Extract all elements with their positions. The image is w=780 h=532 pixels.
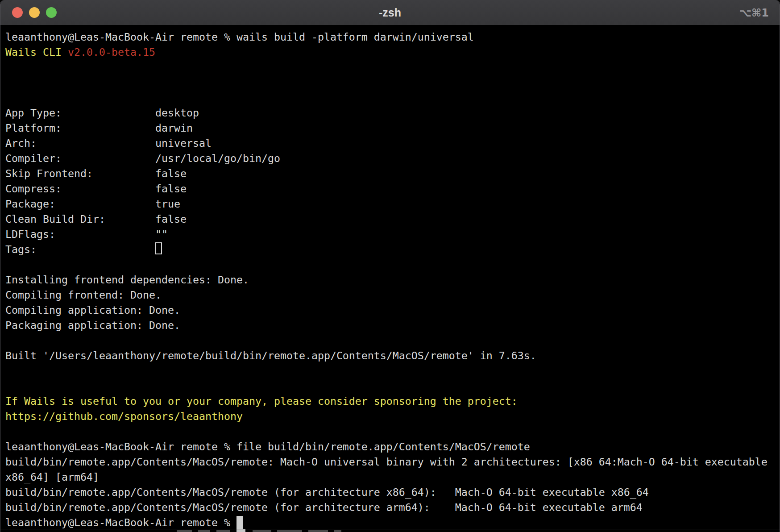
clipped-text-fragments <box>0 529 780 532</box>
clipped-glyph <box>308 530 328 532</box>
terminal-line <box>5 75 780 90</box>
text-segment: Compiling frontend: Done. <box>5 289 162 301</box>
clipped-glyph <box>198 530 210 532</box>
text-segment: build/bin/remote.app/Contents/MacOS/remo… <box>5 486 649 498</box>
text-segment: x86_64] [arm64] <box>5 471 99 483</box>
clipped-cursor-glyph <box>236 529 245 532</box>
window-title: -zsh <box>0 0 780 25</box>
terminal-line: Built '/Users/leaanthony/remote/build/bi… <box>5 348 780 363</box>
clipped-glyph <box>216 530 230 532</box>
terminal-line <box>5 424 780 439</box>
empty-box-glyph <box>155 242 162 254</box>
text-segment: build/bin/remote.app/Contents/MacOS/remo… <box>5 456 774 468</box>
clipped-glyph <box>334 530 341 532</box>
terminal-line: If Wails is useful to you or your compan… <box>5 394 780 409</box>
terminal-line <box>5 257 780 272</box>
text-segment: Built '/Users/leaanthony/remote/build/bi… <box>5 349 536 362</box>
title-bar[interactable]: -zsh ⌥⌘1 <box>0 0 780 25</box>
terminal-line: Platform: darwin <box>5 121 780 136</box>
terminal-line: Compiling frontend: Done. <box>5 287 780 303</box>
text-segment: Platform: darwin <box>5 122 193 134</box>
clipped-glyph <box>177 530 192 532</box>
text-segment: leaanthony@Leas-MacBook-Air remote % wai… <box>5 31 474 43</box>
text-segment: LDFlags: "" <box>5 228 168 240</box>
terminal-line: build/bin/remote.app/Contents/MacOS/remo… <box>5 454 780 470</box>
terminal-line <box>5 363 780 378</box>
terminal-line: Tags: <box>5 242 780 257</box>
terminal-line: https://github.com/sponsors/leaanthony <box>5 409 780 424</box>
terminal-line <box>5 60 780 75</box>
text-segment: Package: true <box>5 198 180 210</box>
terminal-line: leaanthony@Leas-MacBook-Air remote % <box>5 515 780 530</box>
terminal-line: Compiling application: Done. <box>5 303 780 318</box>
terminal-line: Compress: false <box>5 181 780 196</box>
text-segment: If Wails is useful to you or your compan… <box>5 395 518 407</box>
terminal-line: leaanthony@Leas-MacBook-Air remote % fil… <box>5 439 780 454</box>
terminal-line: x86_64] [arm64] <box>5 470 780 485</box>
text-segment: Installing frontend dependencies: Done. <box>5 274 249 286</box>
text-segment: https://github.com/sponsors/leaanthony <box>5 410 243 422</box>
terminal-line: Wails CLI v2.0.0-beta.15 <box>5 45 780 60</box>
clipped-glyph <box>277 530 302 532</box>
terminal-line <box>5 378 780 394</box>
terminal-line: build/bin/remote.app/Contents/MacOS/remo… <box>5 485 780 500</box>
terminal-line <box>5 90 780 105</box>
text-segment: Arch: universal <box>5 137 212 149</box>
text-segment: App Type: desktop <box>5 107 199 119</box>
terminal-line: build/bin/remote.app/Contents/MacOS/remo… <box>5 500 780 515</box>
terminal-line: Installing frontend dependencies: Done. <box>5 272 780 287</box>
clipped-glyph <box>253 530 271 532</box>
text-segment: Compiling application: Done. <box>5 304 180 316</box>
terminal-line: LDFlags: "" <box>5 227 780 242</box>
terminal-line: Package: true <box>5 196 780 212</box>
text-segment: Wails CLI <box>5 46 68 58</box>
terminal-cursor <box>236 516 243 529</box>
text-segment: leaanthony@Leas-MacBook-Air remote % fil… <box>5 441 530 453</box>
terminal-output[interactable]: leaanthony@Leas-MacBook-Air remote % wai… <box>0 25 780 532</box>
text-segment: leaanthony@Leas-MacBook-Air remote % <box>5 516 236 528</box>
text-segment: Tags: <box>5 243 155 255</box>
terminal-line: leaanthony@Leas-MacBook-Air remote % wai… <box>5 29 780 45</box>
terminal-line: Packaging application: Done. <box>5 318 780 333</box>
terminal-line <box>5 333 780 348</box>
text-segment: v2.0.0-beta.15 <box>68 46 155 58</box>
text-segment: Clean Build Dir: false <box>5 213 187 225</box>
text-segment: Compress: false <box>5 183 187 195</box>
terminal-line: Clean Build Dir: false <box>5 212 780 227</box>
terminal-line: Arch: universal <box>5 136 780 151</box>
text-segment: Packaging application: Done. <box>5 319 180 331</box>
terminal-line: Skip Frontend: false <box>5 166 780 181</box>
terminal-window: -zsh ⌥⌘1 leaanthony@Leas-MacBook-Air rem… <box>0 0 780 532</box>
terminal-line: App Type: desktop <box>5 105 780 121</box>
text-segment: Compiler: /usr/local/go/bin/go <box>5 152 280 164</box>
text-segment: build/bin/remote.app/Contents/MacOS/remo… <box>5 501 643 513</box>
text-segment: Skip Frontend: false <box>5 167 187 179</box>
terminal-line: Compiler: /usr/local/go/bin/go <box>5 151 780 166</box>
tab-shortcut-badge: ⌥⌘1 <box>739 0 769 25</box>
